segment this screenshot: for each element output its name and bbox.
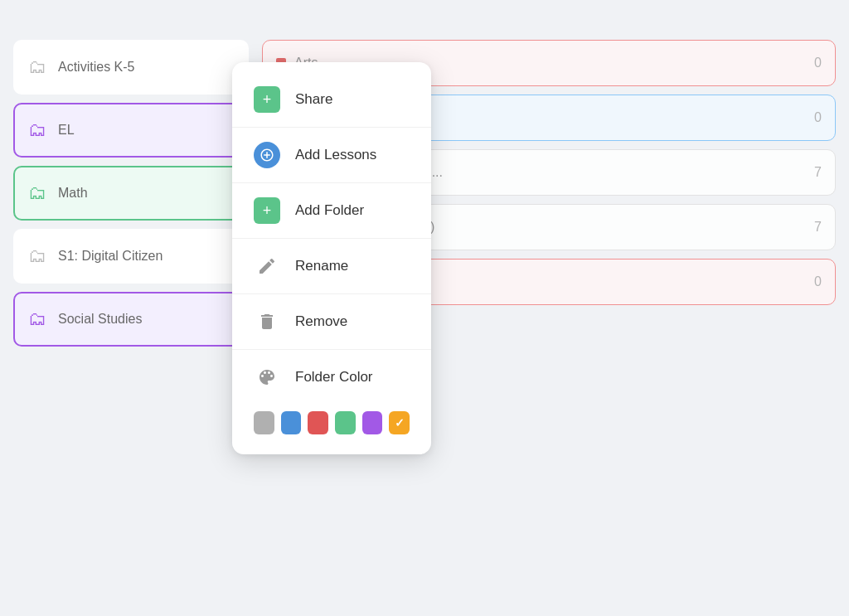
- page-container: 🗂Activities K-5🗂EL🗂Math🗂S1: Digital Citi…: [0, 0, 849, 616]
- color-swatch-green[interactable]: [335, 411, 356, 434]
- folder-item-activities[interactable]: 🗂Activities K-5: [13, 40, 249, 95]
- lesson-count: 7: [814, 220, 822, 235]
- menu-item-label: Share: [295, 91, 332, 108]
- folder-icon: 🗂: [28, 119, 46, 141]
- folder-icon: 🗂: [28, 56, 46, 78]
- lesson-count: 0: [814, 110, 822, 125]
- menu-item-label: Folder Color: [295, 369, 373, 386]
- share-icon: +: [254, 86, 280, 113]
- lesson-count: 0: [814, 274, 822, 289]
- menu-item-label: Add Lessons: [295, 147, 376, 163]
- lesson-count: 0: [814, 56, 822, 70]
- folder-item-el[interactable]: 🗂EL: [13, 103, 249, 158]
- menu-divider: [232, 238, 431, 239]
- menu-item-share[interactable]: +Share: [232, 75, 431, 124]
- menu-divider: [232, 182, 431, 183]
- folder-icon: 🗂: [28, 182, 46, 204]
- add-lessons-icon: [254, 142, 280, 168]
- palette-icon: [254, 364, 280, 390]
- folder-label: Social Studies: [58, 312, 142, 327]
- menu-item-rename[interactable]: Rename: [232, 242, 431, 290]
- color-swatch-yellow[interactable]: ✓: [389, 411, 410, 434]
- color-swatch-red[interactable]: [308, 411, 328, 434]
- menu-item-label: Add Folder: [295, 202, 364, 219]
- add-folder-icon-bg: +: [254, 197, 280, 224]
- context-menu: +Share Add Lessons+Add Folder Rename Rem…: [232, 62, 431, 454]
- share-icon-bg: +: [254, 86, 280, 113]
- menu-item-label: Remove: [295, 313, 347, 330]
- folder-icon: 🗂: [28, 245, 46, 267]
- menu-item-folder-color[interactable]: Folder Color: [232, 353, 431, 401]
- color-swatch-purple[interactable]: [362, 411, 383, 434]
- folder-label: S1: Digital Citizen: [58, 249, 163, 264]
- menu-divider: [232, 127, 431, 128]
- folder-item-social-studies[interactable]: 🗂Social Studies: [13, 292, 249, 347]
- folder-item-s1-digital[interactable]: 🗂S1: Digital Citizen: [13, 229, 249, 284]
- lesson-count: 7: [814, 165, 822, 180]
- add-lessons-icon-bg: [254, 142, 280, 168]
- menu-item-add-lessons[interactable]: Add Lessons: [232, 131, 431, 179]
- add-folder-icon: +: [254, 197, 280, 224]
- menu-divider: [232, 349, 431, 350]
- folder-label: Math: [58, 186, 88, 201]
- menu-item-label: Rename: [295, 258, 348, 274]
- left-folder-list: 🗂Activities K-5🗂EL🗂Math🗂S1: Digital Citi…: [13, 40, 262, 347]
- color-swatch-blue[interactable]: [281, 411, 302, 434]
- folder-label: Activities K-5: [58, 60, 134, 75]
- menu-item-add-folder[interactable]: +Add Folder: [232, 187, 431, 235]
- menu-divider: [232, 293, 431, 294]
- header: [0, 0, 849, 40]
- folder-label: EL: [58, 123, 75, 138]
- color-picker-row: ✓: [232, 401, 431, 438]
- menu-item-remove[interactable]: Remove: [232, 298, 431, 346]
- pencil-icon: [254, 253, 280, 279]
- folder-item-math[interactable]: 🗂Math: [13, 166, 249, 221]
- folder-icon: 🗂: [28, 308, 46, 330]
- selected-checkmark: ✓: [395, 416, 405, 429]
- color-swatch-gray[interactable]: [254, 411, 274, 434]
- trash-icon: [254, 308, 280, 335]
